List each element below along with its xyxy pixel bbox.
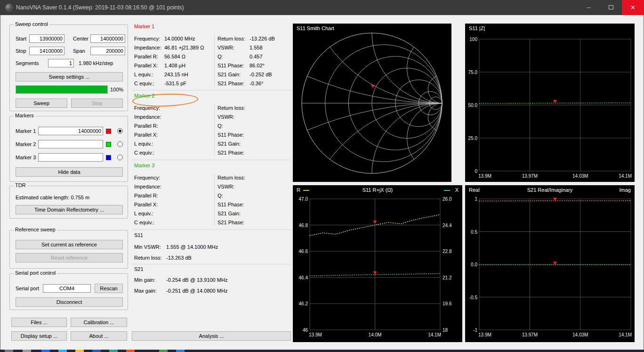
close-button[interactable]: ✕ (622, 0, 644, 15)
marker2-color-swatch[interactable] (106, 142, 111, 147)
row-label: Parallel X: (134, 202, 164, 207)
taskbar-icon[interactable] (159, 350, 168, 352)
data-row: C equiv.: (134, 148, 214, 157)
marker1-radio[interactable] (117, 128, 123, 134)
y-tick-label: 46.2 (299, 301, 308, 306)
x-tick-label: 13.97M (522, 173, 538, 179)
stop-label: Stop (16, 48, 26, 54)
taskbar-icon[interactable] (176, 350, 185, 352)
data-row: Parallel X: (134, 200, 214, 209)
data-row: S21 Phase: (217, 148, 291, 157)
sweep-control-title: Sweep control (14, 21, 49, 27)
about-button[interactable]: About ... (71, 331, 127, 341)
row-label: Min gain: (134, 277, 166, 283)
progress-percent: 100% (110, 87, 123, 92)
y-tick-label: -0.5 (469, 295, 478, 300)
data-row: Max gain:-0.251 dB @ 14.0800 MHz (134, 285, 290, 296)
row-value: 14.0000 MHz (164, 36, 195, 41)
sweep-progress-bar (16, 85, 108, 94)
s11-z-chart[interactable]: S11 |Z| 10075.050.025.0013.9M13.97M14.03… (465, 24, 635, 182)
taskbar-icon[interactable] (109, 350, 118, 352)
s21-stats-title: S21 (134, 266, 144, 272)
stop-input[interactable] (29, 47, 64, 55)
s11-smith-chart[interactable]: S11 Smith Chart (293, 24, 451, 182)
smith-chart-canvas (293, 24, 451, 182)
row-label: Q: (217, 54, 250, 59)
separator (132, 160, 291, 160)
s11-stats: Min VSWR:1.555 @ 14.1000 MHz Return loss… (134, 241, 290, 263)
row-label: Frequency: (134, 36, 164, 41)
marker3-input[interactable] (38, 153, 103, 162)
maximize-icon (609, 5, 613, 9)
sweep-settings-button[interactable]: Sweep settings ... (16, 72, 123, 82)
taskbar-icon[interactable] (58, 350, 67, 352)
data-row: Return loss:-13.263 dB (134, 252, 290, 263)
title-bar[interactable]: NanoVNA Saver 0.1.4 (Sweep: 2019-11-03 0… (0, 0, 644, 15)
taskbar-icon[interactable] (75, 350, 84, 352)
data-row: Parallel R:56.584 Ω (134, 52, 214, 61)
taskbar-icon[interactable] (23, 350, 31, 352)
marker2-left-column: Frequency: Impedance: Parallel R: Parall… (134, 103, 214, 157)
taskbar-icon[interactable] (92, 350, 101, 352)
sweep-button[interactable]: Sweep (16, 98, 67, 108)
marker1-right-column: Return loss:-13.226 dB VSWR:1.558 Q:0.45… (217, 34, 291, 88)
tdr-button[interactable]: Time Domain Reflectometry ... (16, 205, 123, 214)
step-size-text: 1.980 kHz/step (79, 60, 113, 66)
calibration-button[interactable]: Calibration ... (71, 318, 127, 327)
data-row: L equiv.: (134, 209, 214, 218)
marker1-input[interactable] (38, 127, 103, 135)
taskbar-icon[interactable] (126, 350, 135, 352)
maximize-button[interactable] (600, 0, 622, 15)
files-button[interactable]: Files ... (11, 318, 67, 327)
rescan-button[interactable]: Rescan (95, 284, 123, 293)
data-row: Frequency:14.0000 MHz (134, 34, 214, 43)
row-label: S21 Phase: (217, 81, 250, 86)
y-tick-label: 25.0 (468, 136, 478, 141)
data-row: S11 Phase: (217, 200, 291, 209)
data-row: S21 Gain: (217, 139, 291, 148)
marker3-details-title: Marker 3 (134, 163, 154, 168)
disconnect-button[interactable]: Disconnect (16, 297, 123, 307)
data-row: C equiv.:-531.5 pF (134, 79, 214, 88)
taskbar-icon[interactable] (41, 350, 50, 352)
tdr-group: TDR Estimated cable length: 0.755 m Time… (9, 186, 128, 219)
s11-stats-title: S11 (134, 232, 143, 238)
marker2-radio[interactable] (117, 141, 123, 147)
column-divider (214, 35, 215, 87)
data-row: Parallel X: (134, 130, 214, 139)
row-label: S11 Phase: (217, 63, 250, 68)
minimize-button[interactable]: ─ (578, 0, 600, 15)
s21-real-imag-chart[interactable]: Real S21 Real/Imaginary Imag 10.50.0-0.5… (465, 185, 635, 342)
segments-input[interactable] (48, 59, 74, 67)
data-row: Min VSWR:1.555 @ 14.1000 MHz (134, 241, 290, 252)
stop-button[interactable]: Stop (71, 98, 123, 108)
data-row: Min gain:-0.254 dB @ 13.9100 MHz (134, 274, 290, 285)
x-tick-label: 14.1M (619, 173, 632, 179)
marker1-color-swatch[interactable] (106, 129, 111, 134)
span-input[interactable] (90, 47, 125, 55)
reference-sweep-title: Reference sweep (14, 227, 57, 232)
marker3-color-swatch[interactable] (106, 155, 111, 160)
taskbar-icon[interactable] (5, 350, 13, 352)
marker-data-panel: Marker 1 Frequency:14.0000 MHz Impedance… (132, 0, 291, 350)
row-label: Return loss: (134, 255, 166, 261)
row-label: Frequency: (134, 175, 164, 180)
display-setup-button[interactable]: Display setup ... (11, 331, 67, 341)
row-label: S21 Phase: (217, 220, 250, 225)
set-reference-button[interactable]: Set current as reference (16, 240, 123, 249)
serial-port-input[interactable] (43, 284, 91, 293)
row-label: L equiv.: (134, 72, 164, 77)
analysis-button[interactable]: Analysis ... (132, 331, 291, 341)
hide-data-button[interactable]: Hide data (16, 167, 123, 177)
s11-rjx-chart[interactable]: R S11 R+jX (Ω) X 47.046.846.646.446.2462… (293, 185, 462, 342)
start-input[interactable] (29, 34, 64, 43)
marker2-input[interactable] (38, 140, 103, 148)
marker3-right-column: Return loss: VSWR: Q: S11 Phase: S21 Gai… (217, 173, 291, 227)
reset-reference-button[interactable]: Reset reference (16, 253, 123, 262)
y-tick-label: -1 (473, 327, 477, 333)
marker3-radio[interactable] (117, 155, 123, 160)
center-label: Center (73, 36, 89, 41)
center-input[interactable] (90, 34, 125, 43)
windows-taskbar[interactable] (0, 350, 644, 352)
marker1-details-title: Marker 1 (134, 24, 154, 29)
